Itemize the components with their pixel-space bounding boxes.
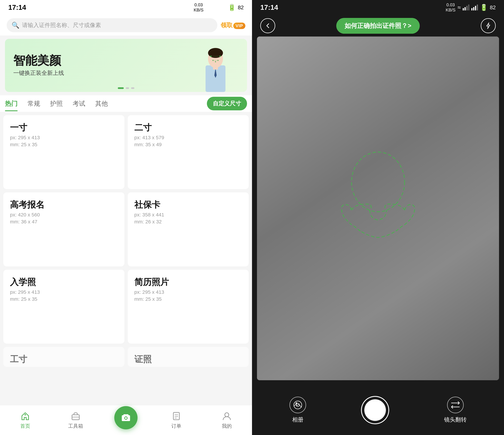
profile-icon <box>222 411 232 421</box>
photo-card-gaokao[interactable]: 高考报名 px: 420 x 560 mm: 36 x 47 <box>3 192 125 266</box>
left-status-bar: 17:14 0.03KB/S ≈ 🔋 82 <box>0 0 252 15</box>
card-px-1: px: 295 x 413 <box>10 135 118 140</box>
left-signal-bars2 <box>219 4 226 10</box>
center-camera-button[interactable] <box>114 406 137 429</box>
card-px-6: px: 295 x 413 <box>134 289 242 295</box>
photo-card-1inch[interactable]: 一寸 px: 295 x 413 mm: 25 x 35 <box>3 115 125 189</box>
right-signal-bars2 <box>471 4 478 10</box>
card-title-4: 社保卡 <box>134 199 242 211</box>
banner-title: 智能美颜 <box>13 54 64 67</box>
card-title-3: 高考报名 <box>10 199 118 211</box>
nav-item-order[interactable]: 订单 <box>151 411 202 429</box>
nav-item-toolbox[interactable]: 工具箱 <box>50 411 101 429</box>
card-title-1: 一寸 <box>10 122 118 133</box>
banner-dots <box>118 87 134 89</box>
banner-subtitle: 一键换正装全新上线 <box>13 69 64 77</box>
right-battery-icon: 🔋 <box>480 4 488 11</box>
left-panel: 17:14 0.03KB/S ≈ 🔋 82 🔍 请输入证件照名称、尺寸或像素 领… <box>0 0 252 435</box>
home-icon <box>20 411 30 421</box>
card-mm-4: mm: 26 x 32 <box>134 219 242 225</box>
left-status-time: 17:14 <box>8 3 26 11</box>
nav-label-toolbox: 工具箱 <box>68 423 83 429</box>
toolbox-icon <box>70 411 81 421</box>
shutter-inner-circle <box>364 399 386 421</box>
left-wifi-icon: ≈ <box>206 4 209 11</box>
banner-content: 智能美颜 一键换正装全新上线 <box>5 47 72 83</box>
svg-rect-18 <box>173 412 179 420</box>
album-label: 相册 <box>292 416 303 424</box>
camera-toolbar: 如何正确拍出证件照？> <box>252 15 504 36</box>
tab-passport[interactable]: 护照 <box>50 96 63 111</box>
card-title-5: 入学照 <box>10 276 118 288</box>
card-mm-6: mm: 25 x 35 <box>134 296 242 302</box>
flip-icon <box>447 397 464 413</box>
nav-item-profile[interactable]: 我的 <box>202 411 252 429</box>
tab-other[interactable]: 其他 <box>95 96 108 111</box>
svg-point-17 <box>125 417 127 419</box>
right-status-time: 17:14 <box>260 3 278 11</box>
guide-text: 如何正确拍出证件照？> <box>345 22 411 30</box>
tab-exam[interactable]: 考试 <box>73 96 85 111</box>
search-bar-area: 🔍 请输入证件照名称、尺寸或像素 领取VIP <box>0 15 252 36</box>
card-mm-3: mm: 36 x 47 <box>10 219 118 225</box>
photo-card-2inch[interactable]: 二寸 px: 413 x 579 mm: 35 x 49 <box>128 115 249 189</box>
nav-label-home: 首页 <box>20 423 30 429</box>
shutter-button[interactable] <box>361 396 389 424</box>
camera-viewfinder <box>257 36 499 380</box>
photo-card-partial-left[interactable]: 工寸 <box>3 347 125 367</box>
flash-button[interactable] <box>481 18 496 33</box>
card-title-2: 二寸 <box>134 122 242 133</box>
card-px-2: px: 413 x 579 <box>134 135 242 140</box>
vip-label: 领取 <box>221 22 233 28</box>
battery-icon: 🔋 <box>228 4 236 11</box>
right-status-icons: 0.03KB/S ≈ 🔋 82 <box>446 2 496 13</box>
search-placeholder-text: 请输入证件照名称、尺寸或像素 <box>22 21 101 29</box>
flip-label: 镜头翻转 <box>444 416 467 424</box>
tab-hot[interactable]: 热门 <box>5 96 18 111</box>
svg-rect-5 <box>213 66 218 70</box>
banner-dot-1 <box>118 87 124 89</box>
tabs-area: 热门 常规 护照 考试 其他 自定义尺寸 <box>0 95 252 112</box>
tab-regular[interactable]: 常规 <box>27 96 40 111</box>
vip-button[interactable]: 领取VIP <box>221 21 245 29</box>
banner-dot-2 <box>126 87 129 89</box>
left-speed-text: 0.03KB/S <box>194 2 203 13</box>
album-icon <box>289 397 306 413</box>
album-button[interactable]: 相册 <box>289 397 306 424</box>
nav-item-home[interactable]: 首页 <box>0 411 50 429</box>
svg-point-10 <box>215 61 216 62</box>
right-status-bar: 17:14 0.03KB/S ≈ 🔋 82 <box>252 0 504 15</box>
photo-card-partial-right[interactable]: 证照 <box>128 347 249 367</box>
banner-area[interactable]: 智能美颜 一键换正装全新上线 <box>5 39 247 92</box>
card-px-5: px: 295 x 413 <box>10 289 118 295</box>
svg-point-13 <box>25 414 26 416</box>
svg-point-27 <box>296 403 297 404</box>
custom-size-button[interactable]: 自定义尺寸 <box>207 97 247 110</box>
right-battery-text: 82 <box>490 4 496 11</box>
photo-card-jianli[interactable]: 简历照片 px: 295 x 413 mm: 25 x 35 <box>128 270 249 344</box>
card-px-3: px: 420 x 560 <box>10 212 118 218</box>
photo-card-shebao[interactable]: 社保卡 px: 358 x 441 mm: 26 x 32 <box>128 192 249 266</box>
vip-badge: VIP <box>233 23 245 29</box>
flip-camera-button[interactable]: 镜头翻转 <box>444 397 467 424</box>
svg-marker-23 <box>486 23 490 29</box>
search-icon: 🔍 <box>12 22 19 29</box>
photo-card-ruxue[interactable]: 入学照 px: 295 x 413 mm: 25 x 35 <box>3 270 125 344</box>
search-input-box[interactable]: 🔍 请输入证件照名称、尺寸或像素 <box>7 18 217 32</box>
right-panel: 17:14 0.03KB/S ≈ 🔋 82 如何正确拍出证件照？> <box>252 0 504 435</box>
order-icon <box>171 411 182 421</box>
person-outline-guide <box>337 149 420 268</box>
bottom-nav: 首页 工具箱 <box>0 405 252 435</box>
shutter-icon <box>361 396 389 424</box>
back-button[interactable] <box>260 18 275 33</box>
banner-person <box>184 42 247 92</box>
nav-label-profile: 我的 <box>222 423 232 429</box>
card-mm-1: mm: 25 x 35 <box>10 142 118 147</box>
guide-pill[interactable]: 如何正确拍出证件照？> <box>336 18 420 34</box>
card-title-8: 证照 <box>134 353 242 365</box>
camera-controls: 相册 镜头翻转 <box>252 385 504 435</box>
card-px-4: px: 358 x 441 <box>134 212 242 218</box>
nav-item-camera[interactable] <box>101 411 151 429</box>
right-signal-bars <box>463 4 469 10</box>
svg-point-22 <box>225 413 229 417</box>
